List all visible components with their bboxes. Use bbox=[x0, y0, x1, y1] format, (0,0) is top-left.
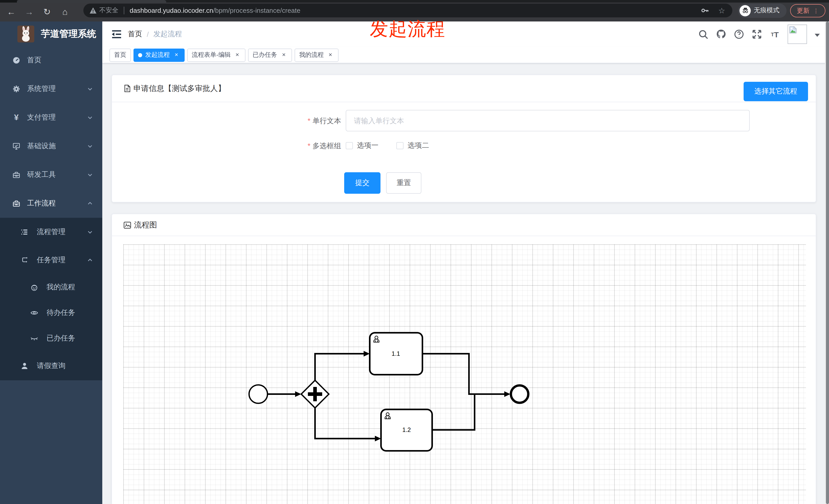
chevron-down-icon bbox=[87, 229, 93, 235]
chevron-down-icon bbox=[87, 115, 93, 121]
sidebar: 芋道管理系统 首页 系统管理 ¥ 支付管理 基础设施 研发工具 工作 bbox=[0, 22, 102, 504]
bookmark-star-icon[interactable]: ☆ bbox=[718, 6, 725, 15]
card-title: 流程图 bbox=[134, 220, 157, 230]
sidebar-item-done-tasks[interactable]: 已办任务 bbox=[0, 325, 102, 351]
browser-tab[interactable] bbox=[17, 0, 166, 3]
sidebar-fold-icon[interactable] bbox=[111, 29, 122, 40]
tab-start-process[interactable]: 发起流程× bbox=[134, 48, 185, 62]
document-icon bbox=[123, 84, 131, 92]
security-label: 不安全 bbox=[99, 6, 118, 15]
tab-home[interactable]: 首页 bbox=[109, 48, 131, 62]
omnibox-divider bbox=[123, 7, 124, 14]
checkbox-icon[interactable] bbox=[396, 142, 403, 149]
reload-icon[interactable]: ↻ bbox=[40, 5, 54, 18]
forward-icon[interactable]: → bbox=[23, 5, 36, 18]
address-bar[interactable]: 不安全 dashboard.yudao.iocoder.cn/bpm/proce… bbox=[83, 4, 732, 17]
sidebar-item-home[interactable]: 首页 bbox=[0, 46, 102, 75]
app-logo bbox=[17, 25, 34, 42]
sidebar-item-payment[interactable]: ¥ 支付管理 bbox=[0, 103, 102, 132]
warning-icon bbox=[89, 7, 97, 14]
gear-icon bbox=[12, 85, 21, 93]
sidebar-item-my-process[interactable]: 我的流程 bbox=[0, 274, 102, 300]
task-label: 1.2 bbox=[402, 426, 411, 433]
eye-icon bbox=[30, 309, 38, 317]
sidebar-item-infrastructure[interactable]: 基础设施 bbox=[0, 132, 102, 160]
chevron-up-icon bbox=[87, 257, 93, 263]
bpmn-user-task-1[interactable]: 1.1 bbox=[370, 333, 423, 375]
sidebar-item-workflow[interactable]: 工作流程 bbox=[0, 189, 102, 218]
bpmn-user-task-2[interactable]: 1.2 bbox=[381, 410, 432, 451]
incognito-label: 无痕模式 bbox=[754, 6, 780, 15]
apply-info-header: 申请信息【测试多审批人】 bbox=[112, 75, 816, 102]
sidebar-item-leave-query[interactable]: 请假查询 bbox=[0, 351, 102, 380]
diagram-header: 流程图 bbox=[112, 214, 816, 236]
home-icon[interactable]: ⌂ bbox=[58, 5, 72, 18]
dashboard-icon bbox=[12, 56, 21, 65]
browser-menu-icon[interactable]: ⋮ bbox=[813, 7, 819, 14]
toolbox-icon bbox=[12, 171, 21, 179]
sidebar-item-process-management[interactable]: 流程管理 bbox=[0, 218, 102, 246]
page-content: 申请信息【测试多审批人】 选择其它流程 *单行文本 *多选框组 选项一 选项二 … bbox=[102, 64, 829, 504]
bpmn-start-event[interactable] bbox=[249, 385, 267, 403]
checkbox-option-2[interactable]: 选项二 bbox=[396, 141, 429, 150]
tab-my-process[interactable]: 我的流程× bbox=[295, 48, 338, 62]
user-icon bbox=[21, 362, 29, 370]
incognito-icon bbox=[740, 5, 751, 16]
yen-icon: ¥ bbox=[12, 113, 21, 122]
breadcrumb: 首页 / 发起流程 bbox=[128, 22, 182, 47]
key-icon[interactable] bbox=[700, 6, 709, 15]
checkbox-group: 选项一 选项二 bbox=[346, 139, 447, 153]
eye-closed-icon bbox=[30, 334, 38, 343]
choose-other-process-button[interactable]: 选择其它流程 bbox=[744, 82, 808, 101]
bpmn-canvas[interactable]: 1.1 1.2 bbox=[123, 244, 806, 504]
page-scrollbar[interactable] bbox=[825, 22, 829, 504]
apply-info-card: 申请信息【测试多审批人】 选择其它流程 *单行文本 *多选框组 选项一 选项二 … bbox=[111, 75, 816, 202]
bpmn-flow bbox=[432, 394, 505, 430]
form-buttons: 提交 重置 bbox=[344, 172, 422, 194]
breadcrumb-home[interactable]: 首页 bbox=[128, 30, 142, 39]
sidebar-item-devtools[interactable]: 研发工具 bbox=[0, 160, 102, 189]
bpmn-flow bbox=[423, 354, 505, 394]
close-icon[interactable]: × bbox=[280, 51, 287, 59]
field-label-single-line: *单行文本 bbox=[112, 110, 341, 131]
close-icon[interactable]: × bbox=[173, 51, 180, 59]
sidebar-item-todo-tasks[interactable]: 待办任务 bbox=[0, 300, 102, 325]
monitor-icon bbox=[12, 142, 21, 150]
picture-icon bbox=[123, 221, 132, 229]
card-title: 申请信息【测试多审批人】 bbox=[134, 84, 225, 93]
list-tree-icon bbox=[21, 228, 29, 236]
checkbox-icon[interactable] bbox=[346, 142, 353, 149]
app-logo-row[interactable]: 芋道管理系统 bbox=[0, 22, 102, 46]
tabstrip-edge bbox=[0, 0, 17, 3]
chevron-down-icon bbox=[87, 143, 93, 149]
update-button[interactable]: 更新 ⋮ bbox=[790, 4, 825, 17]
bpmn-end-event[interactable] bbox=[511, 385, 528, 403]
sidebar-item-task-management[interactable]: 任务管理 bbox=[0, 246, 102, 274]
field-label-checkbox-group: *多选框组 bbox=[112, 139, 341, 153]
search-icon[interactable] bbox=[698, 29, 708, 39]
avatar[interactable] bbox=[788, 25, 807, 44]
briefcase-icon bbox=[12, 199, 21, 207]
close-icon[interactable]: × bbox=[234, 51, 241, 59]
close-icon[interactable]: × bbox=[327, 51, 334, 59]
font-size-icon[interactable]: TT bbox=[770, 29, 780, 39]
github-icon[interactable] bbox=[716, 29, 726, 39]
face-icon bbox=[30, 283, 38, 292]
tab-done-tasks[interactable]: 已办任务× bbox=[248, 48, 292, 62]
reset-button[interactable]: 重置 bbox=[386, 172, 422, 194]
bpmn-flow bbox=[315, 354, 364, 380]
single-line-text-input[interactable] bbox=[346, 110, 750, 131]
checkbox-option-1[interactable]: 选项一 bbox=[346, 141, 379, 150]
bpmn-parallel-gateway[interactable] bbox=[301, 380, 329, 408]
sidebar-item-system[interactable]: 系统管理 bbox=[0, 75, 102, 103]
scrollbar-thumb[interactable] bbox=[826, 22, 829, 504]
main-area: 首页 / 发起流程 TT 首页 发起流程× 流程表单-编辑× 已办任务× 我的流 bbox=[102, 22, 829, 504]
app-header: 首页 / 发起流程 TT bbox=[102, 22, 829, 47]
chevron-down-icon[interactable] bbox=[815, 34, 820, 37]
back-icon[interactable]: ← bbox=[5, 5, 18, 18]
fullscreen-icon[interactable] bbox=[752, 29, 762, 39]
tab-process-form-edit[interactable]: 流程表单-编辑× bbox=[187, 48, 246, 62]
help-icon[interactable] bbox=[734, 29, 744, 39]
submit-button[interactable]: 提交 bbox=[344, 172, 381, 194]
flow-nodes-icon bbox=[21, 256, 29, 264]
